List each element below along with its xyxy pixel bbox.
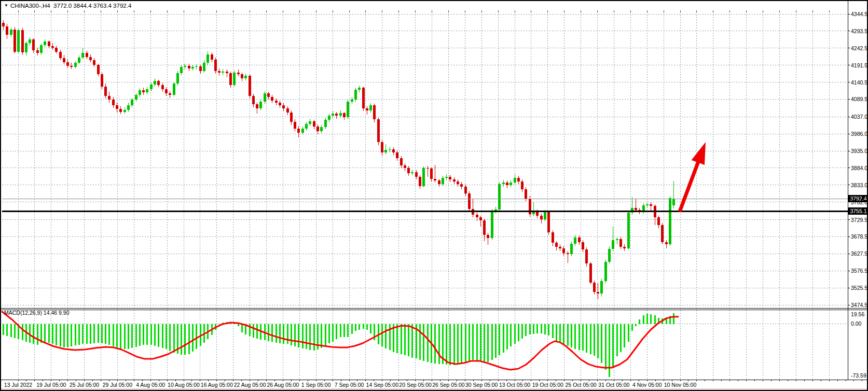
candle-down (51, 46, 54, 48)
candle-up (384, 150, 387, 152)
candle-down (21, 30, 24, 52)
candle-down (476, 215, 478, 217)
candle-up (139, 90, 141, 95)
candle-down (430, 169, 433, 178)
price-axis-label: 4191.5 (851, 62, 867, 68)
candle-down (415, 172, 418, 177)
candle-down (286, 108, 289, 113)
candle-down (657, 217, 660, 225)
candle-up (233, 73, 236, 86)
price-axis-label: 3782.0 (851, 199, 867, 205)
macd-axis-label: 19.56 (851, 311, 864, 317)
candle-down (59, 52, 62, 59)
candle-down (169, 93, 171, 95)
candle-down (366, 108, 368, 110)
candle-down (199, 66, 202, 71)
candle-down (419, 177, 421, 186)
candle-up (10, 30, 12, 35)
candle-up (574, 238, 576, 244)
candle-up (502, 183, 505, 184)
candle-down (294, 122, 296, 129)
candle-up (206, 54, 209, 63)
candle-down (249, 76, 251, 96)
candle-down (112, 100, 115, 105)
candle-down (449, 177, 451, 179)
candle-down (381, 142, 383, 153)
candle-down (282, 105, 285, 108)
candle-down (32, 39, 35, 50)
candle-up (135, 95, 137, 100)
candle-down (635, 208, 637, 210)
candle-up (123, 110, 126, 112)
candle-down (271, 97, 273, 100)
candle-up (646, 204, 649, 206)
chevron-down-icon: ▼ (4, 3, 8, 8)
candle-down (165, 89, 168, 93)
candle-down (161, 85, 164, 89)
candle-up (40, 45, 43, 53)
chart-header: ▼ CHINA300-,H4 3772.0 3844.4 3763.4 3792… (4, 3, 131, 9)
candle-down (226, 72, 228, 73)
candle-up (442, 178, 444, 184)
candle-up (514, 178, 516, 183)
candle-down (214, 60, 217, 71)
candle-down (290, 113, 293, 122)
price-axis-label: 3525.5 (851, 285, 867, 291)
candle-down (335, 114, 338, 116)
candle-up (358, 88, 361, 90)
candle-down (407, 168, 410, 173)
arrow-head-icon (692, 142, 706, 165)
candle-down (229, 73, 232, 85)
candle-down (517, 178, 520, 181)
candle-down (562, 248, 565, 253)
candle-down (211, 54, 213, 60)
candle-down (404, 165, 406, 168)
candle-down (279, 103, 281, 105)
candle-down (479, 217, 482, 220)
candle-up (191, 67, 194, 68)
candle-up (604, 262, 607, 281)
candle-down (619, 239, 622, 247)
candle-down (559, 247, 561, 248)
candle-down (434, 179, 436, 181)
bottom-strip (1, 388, 868, 391)
candle-down (597, 292, 599, 294)
candle-up (498, 184, 501, 210)
candle-down (552, 232, 554, 243)
price-axis-label: 4293.5 (851, 28, 867, 34)
candle-down (585, 249, 588, 263)
bid-price-box: 3755.1 (848, 207, 868, 215)
candle-up (669, 198, 671, 244)
candle-up (78, 58, 80, 63)
candle-down (343, 113, 346, 117)
candle-up (301, 129, 304, 133)
candle-up (389, 149, 391, 150)
candle-up (222, 72, 224, 73)
candle-up (324, 120, 327, 127)
candle-up (203, 63, 205, 71)
price-axis-label: 3935.0 (851, 148, 867, 154)
candle-down (93, 60, 95, 65)
candle-down (650, 204, 652, 206)
candle-up (259, 102, 262, 108)
candle-down (48, 41, 50, 46)
candle-up (184, 66, 186, 67)
candle-up (81, 53, 84, 58)
candle-up (612, 240, 614, 249)
candle-down (525, 189, 527, 199)
candle-down (506, 183, 508, 185)
candle-up (176, 73, 179, 84)
candle-up (154, 81, 156, 84)
price-axis-label: 4140.5 (851, 79, 867, 86)
candle-down (377, 119, 380, 142)
candle-down (55, 48, 58, 52)
candle-down (142, 90, 145, 92)
candle-up (305, 124, 308, 129)
candle-down (487, 235, 489, 238)
candle-up (150, 85, 153, 89)
candle-down (237, 73, 240, 75)
candle-down (316, 127, 319, 131)
chart-canvas[interactable] (1, 1, 868, 391)
candle-up (332, 114, 334, 116)
candle-down (2, 23, 5, 26)
